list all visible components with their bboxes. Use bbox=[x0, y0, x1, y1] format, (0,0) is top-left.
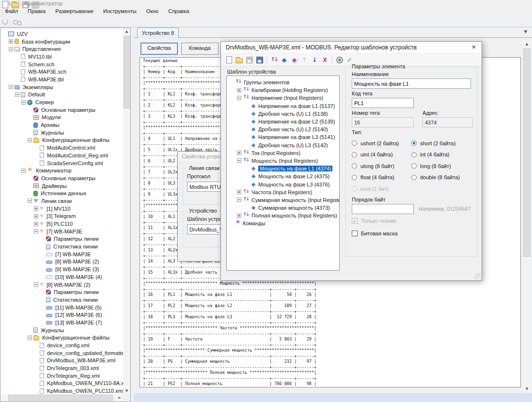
type-radio[interactable]: ushort (2 байта) bbox=[352, 138, 411, 149]
tree-item[interactable]: Драйверы bbox=[0, 182, 123, 190]
template-tree-item[interactable]: ◆Напряжение на фазе L1 (5137) bbox=[227, 102, 339, 110]
tree-item[interactable]: Статистика линии bbox=[0, 296, 123, 304]
template-tree-item[interactable]: Ток (Input Registers) bbox=[227, 149, 339, 157]
resize-grip[interactable] bbox=[475, 274, 481, 279]
template-tree-item[interactable]: Частота (Input Registers) bbox=[227, 188, 339, 196]
tree-expander[interactable] bbox=[28, 138, 32, 142]
delete-icon[interactable]: X bbox=[320, 55, 329, 64]
tree-item[interactable]: Основные параметры bbox=[0, 106, 123, 114]
tree-item[interactable]: Экземпляры bbox=[0, 83, 123, 91]
tree-expander[interactable] bbox=[237, 96, 241, 100]
tree-item[interactable]: [11] WB-MAP3E (5) bbox=[0, 304, 123, 311]
tree-expander[interactable] bbox=[15, 93, 19, 97]
add-subelement-icon[interactable]: ◆ bbox=[290, 55, 299, 64]
close-icon[interactable]: × bbox=[466, 42, 482, 53]
tree-item[interactable]: Архивы bbox=[0, 121, 123, 129]
tab-device-8[interactable]: Устройство 8 bbox=[137, 28, 179, 38]
checkbox-icon[interactable] bbox=[352, 231, 358, 236]
scroll-up-icon[interactable]: ▲ bbox=[523, 41, 531, 47]
flag-checkbox[interactable]: Битовая маска bbox=[352, 228, 471, 239]
properties-button[interactable]: Свойства bbox=[141, 43, 178, 55]
tree-item[interactable]: UZV bbox=[0, 30, 123, 38]
template-tree-item[interactable]: Полная мощность (Input Registers) bbox=[227, 212, 339, 219]
tree-item[interactable]: DrvTelegram_003.xml bbox=[0, 364, 123, 372]
template-tree-item[interactable]: Группы элементов bbox=[227, 78, 339, 86]
name-field[interactable] bbox=[352, 78, 471, 89]
open-icon[interactable] bbox=[235, 55, 244, 64]
tree-item[interactable]: Журналы bbox=[0, 326, 123, 334]
template-tree-item[interactable]: Калибровки (Holding Registers) bbox=[227, 86, 339, 94]
scrollbar-thumb[interactable] bbox=[8, 395, 113, 401]
tree-expander[interactable] bbox=[237, 198, 241, 202]
tag-code-field[interactable] bbox=[352, 98, 414, 108]
tree-item[interactable]: Источники данных bbox=[0, 189, 123, 197]
type-radio[interactable]: int (4 байта) bbox=[411, 149, 471, 161]
tree-item[interactable]: [3] Telegram bbox=[0, 213, 123, 220]
scrollbar-thumb[interactable] bbox=[124, 36, 130, 108]
tree-item[interactable]: Основные параметры bbox=[0, 174, 123, 182]
tree-item[interactable]: Журналы bbox=[0, 129, 123, 137]
tree-item[interactable]: [9] WB-MAP3E (3) bbox=[0, 265, 123, 273]
document-vertical-scrollbar[interactable]: ▲ ▼ bbox=[523, 41, 531, 392]
tree-item[interactable]: Параметры линии bbox=[0, 288, 123, 296]
tree-expander[interactable] bbox=[21, 100, 26, 105]
scroll-down-icon[interactable]: ▼ bbox=[523, 386, 531, 392]
tree-item[interactable]: DrvModbus_WB-MAP3E.xml bbox=[0, 357, 123, 365]
window-list-button[interactable]: ▼ bbox=[524, 30, 527, 34]
menu-item[interactable]: Развертывание bbox=[50, 8, 98, 15]
tree-item[interactable]: Конфигурационные файлы bbox=[0, 137, 123, 144]
tree-expander[interactable] bbox=[34, 222, 38, 226]
tree-item[interactable]: ScadaServerConfig.xml bbox=[0, 159, 123, 167]
tree-item[interactable]: MV110.tbl bbox=[0, 53, 123, 61]
tree-item[interactable]: Модули bbox=[0, 114, 123, 122]
tree-expander[interactable] bbox=[34, 282, 38, 287]
scroll-right-icon[interactable]: ► bbox=[117, 394, 122, 402]
tree-item[interactable]: Параметры линии bbox=[0, 235, 123, 243]
tree-item[interactable]: [5] PLC110 bbox=[0, 220, 123, 228]
tree-item[interactable]: [8] WB-MAP3E (2) bbox=[0, 258, 123, 266]
template-tree-item[interactable]: Мощность (Input Registers) bbox=[227, 157, 339, 165]
tree-item[interactable]: Статистика линии bbox=[0, 243, 123, 250]
type-radio[interactable]: float (4 байта) bbox=[352, 172, 411, 184]
type-radio[interactable]: long (8 байт) bbox=[411, 160, 471, 172]
tree-expander[interactable] bbox=[21, 169, 26, 173]
tree-item[interactable]: Schem.sch bbox=[0, 61, 123, 68]
new-document-icon[interactable] bbox=[0, 0, 10, 9]
scroll-up-icon[interactable]: ▲ bbox=[123, 28, 130, 35]
template-tree-item[interactable]: Суммарная мощность (Input Registers) bbox=[227, 196, 339, 204]
template-tree-item[interactable]: ◆Суммарная мощность (4373) bbox=[227, 204, 339, 212]
template-tree-item[interactable]: ◆Мощность на фазе L3 (4376) bbox=[227, 180, 339, 188]
template-tree-item[interactable]: ◆Мощность на фазе L2 (4375) bbox=[227, 172, 339, 180]
menu-item[interactable]: Инструменты bbox=[98, 8, 141, 15]
template-tree-item[interactable]: ◆Дробная часть (U) L3 (5142) bbox=[227, 141, 339, 149]
tree-horizontal-scrollbar[interactable]: ◄ ► bbox=[0, 394, 123, 402]
template-tree-item[interactable]: ◆Напряжение на фазе L2 (5139) bbox=[227, 118, 339, 125]
template-tree-item[interactable]: *Команды bbox=[227, 219, 339, 227]
tree-item[interactable]: База конфигурации bbox=[0, 38, 123, 46]
tree-expander[interactable] bbox=[34, 206, 38, 211]
tree-item[interactable]: device_config.xml bbox=[0, 341, 123, 349]
scrollbar-thumb[interactable] bbox=[523, 48, 531, 257]
template-tree-item[interactable]: ◆Дробная часть (U) L2 (5140) bbox=[227, 125, 339, 133]
tree-item[interactable]: [7] WB-MAP3E bbox=[0, 250, 123, 258]
menu-item[interactable]: Справка bbox=[163, 8, 194, 15]
add-group-icon[interactable] bbox=[269, 55, 279, 64]
tree-expander[interactable] bbox=[237, 190, 241, 194]
tree-expander[interactable] bbox=[28, 336, 32, 340]
tree-expander[interactable] bbox=[9, 39, 13, 44]
tree-item[interactable]: device_config_updated_formattec bbox=[0, 349, 123, 357]
tree-item[interactable]: [12] WB-MAP3E (6) bbox=[0, 311, 123, 319]
tree-item[interactable]: WB-MAP3E.tbl bbox=[0, 76, 123, 83]
type-radio[interactable]: double (8 байта) bbox=[411, 172, 471, 184]
open-icon[interactable] bbox=[11, 0, 20, 9]
type-radio[interactable]: uint (4 байта) bbox=[352, 149, 411, 161]
tree-item[interactable]: KpModbus_OWEN_MV110-8A.xm bbox=[0, 380, 123, 387]
add-element-icon[interactable]: ◆ bbox=[280, 55, 289, 64]
tree-item[interactable]: WB-MAP3E.sch bbox=[0, 68, 123, 76]
tree-expander[interactable] bbox=[34, 214, 38, 218]
template-tree-item[interactable]: ◆Мощность на фазе L1 (4374) bbox=[227, 165, 339, 172]
tree-item[interactable]: Конфигурационные файлы bbox=[0, 334, 123, 342]
command-button[interactable]: Команда bbox=[181, 43, 219, 55]
byte-order-field[interactable] bbox=[352, 204, 414, 214]
tree-item[interactable]: KpModbus_OWEN_PLC110.xml bbox=[0, 387, 123, 394]
